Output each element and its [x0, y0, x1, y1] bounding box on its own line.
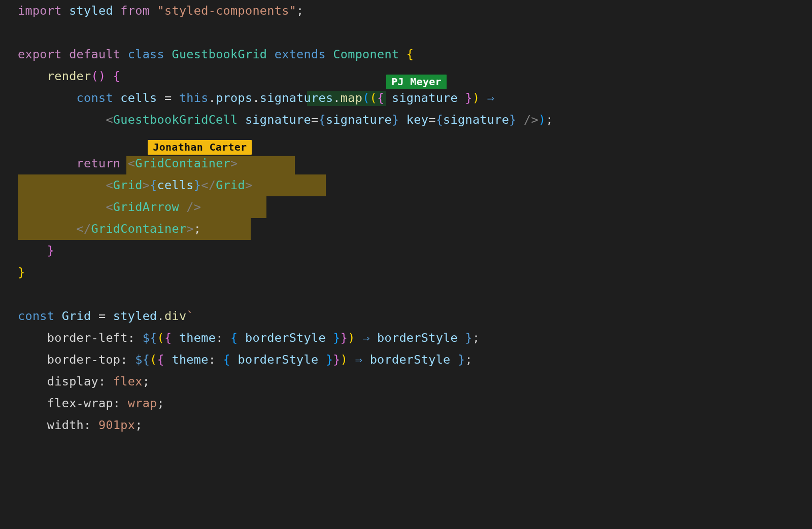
code-token: ) [472, 91, 480, 105]
code-token: ) [538, 113, 546, 127]
code-line[interactable]: return <GridContainer> [18, 153, 794, 174]
code-line[interactable]: <GuestbookGridCell signature={signature}… [18, 109, 794, 131]
code-line[interactable]: width: 901px; [18, 414, 794, 436]
code-token: theme [179, 331, 216, 345]
code-token: } [47, 243, 54, 258]
code-token: { [377, 91, 384, 105]
code-token [62, 47, 69, 61]
code-token [172, 91, 179, 105]
code-token [150, 4, 157, 18]
code-token [91, 309, 98, 323]
code-token: } [18, 265, 25, 279]
code-token [370, 331, 377, 345]
code-token: GridArrow [113, 200, 179, 214]
code-token: GuestbookGridCell [113, 113, 238, 127]
code-token: borderStyle [377, 331, 458, 345]
code-token: ⇒ [355, 352, 362, 367]
code-line[interactable]: } [18, 240, 794, 262]
code-token: signature [245, 113, 311, 127]
code-token: ) [341, 352, 348, 367]
code-token: default [69, 47, 120, 61]
code-line[interactable] [18, 284, 794, 305]
code-token: = [428, 113, 435, 127]
code-token: ( [157, 331, 164, 345]
code-token [18, 91, 77, 105]
code-token: { [318, 113, 325, 127]
code-line[interactable]: const cells = this.props.signatures.map(… [18, 87, 794, 109]
code-token: cells [120, 91, 157, 105]
code-token: borderStyle [245, 331, 326, 345]
code-token: Grid [113, 178, 143, 192]
code-token: = [164, 91, 172, 105]
code-token: { [230, 331, 238, 345]
code-token [18, 200, 106, 214]
code-token [385, 91, 392, 105]
code-token: cells [157, 178, 194, 192]
code-token [355, 331, 362, 345]
code-token: < [106, 113, 113, 127]
code-token [106, 309, 113, 323]
code-token [238, 331, 245, 345]
code-token [18, 156, 77, 170]
code-token: signature [326, 113, 392, 127]
code-token [179, 200, 186, 214]
code-token: } [465, 331, 472, 345]
code-token: GridContainer [135, 156, 230, 170]
code-token [18, 243, 47, 258]
code-token [458, 91, 465, 105]
code-line[interactable]: <GridArrow /> [18, 196, 794, 218]
code-token [164, 47, 172, 61]
code-token: signature [392, 91, 458, 105]
code-token: } [465, 91, 472, 105]
code-token: /> [186, 200, 201, 214]
code-line[interactable]: border-left: ${({ theme: { borderStyle }… [18, 327, 794, 349]
code-token: export [18, 47, 62, 61]
code-line[interactable]: export default class GuestbookGrid exten… [18, 44, 794, 65]
code-token: = [98, 309, 106, 323]
code-line[interactable]: } [18, 262, 794, 284]
code-line[interactable]: flex-wrap: wrap; [18, 393, 794, 414]
code-token: display: [47, 374, 113, 389]
code-token: { [157, 352, 164, 367]
code-token: </ [201, 178, 216, 192]
code-token: render [47, 69, 91, 83]
code-token: class [128, 47, 164, 61]
code-token [216, 352, 223, 367]
code-line[interactable]: </GridContainer>; [18, 218, 794, 240]
code-token: props [216, 91, 252, 105]
code-token: this [179, 91, 209, 105]
code-line[interactable]: display: flex; [18, 371, 794, 393]
code-line[interactable]: border-top: ${({ theme: { borderStyle }}… [18, 349, 794, 371]
code-token: } [333, 331, 340, 345]
code-token [18, 113, 106, 127]
code-token: styled [69, 4, 113, 18]
code-token: key [407, 113, 428, 127]
code-token [113, 4, 120, 18]
code-line[interactable] [18, 22, 794, 44]
code-token: </ [77, 222, 91, 236]
code-line[interactable]: <Grid>{cells}</Grid> [18, 174, 794, 196]
code-token [458, 331, 465, 345]
code-token [62, 4, 69, 18]
code-token: GuestbookGrid [172, 47, 267, 61]
code-editor[interactable]: import styled from "styled-components"; … [0, 0, 812, 456]
code-line[interactable]: render() { [18, 65, 794, 87]
code-token [18, 352, 47, 367]
code-token: Component [333, 47, 399, 61]
code-token: < [106, 200, 113, 214]
code-token: extends [275, 47, 326, 61]
code-token: 901px [98, 418, 135, 432]
code-line[interactable]: import styled from "styled-components"; [18, 0, 794, 22]
code-line[interactable]: const Grid = styled.div` [18, 305, 794, 327]
code-token: import [18, 4, 62, 18]
code-token [164, 352, 172, 367]
code-token: ⇒ [487, 91, 494, 105]
code-token: } [392, 113, 399, 127]
code-token: border-left: [47, 331, 143, 345]
code-token [18, 178, 106, 192]
code-line[interactable] [18, 131, 794, 153]
code-token: . [209, 91, 216, 105]
code-token: ) [348, 331, 355, 345]
code-token: ) [98, 69, 106, 83]
code-token [120, 47, 127, 61]
